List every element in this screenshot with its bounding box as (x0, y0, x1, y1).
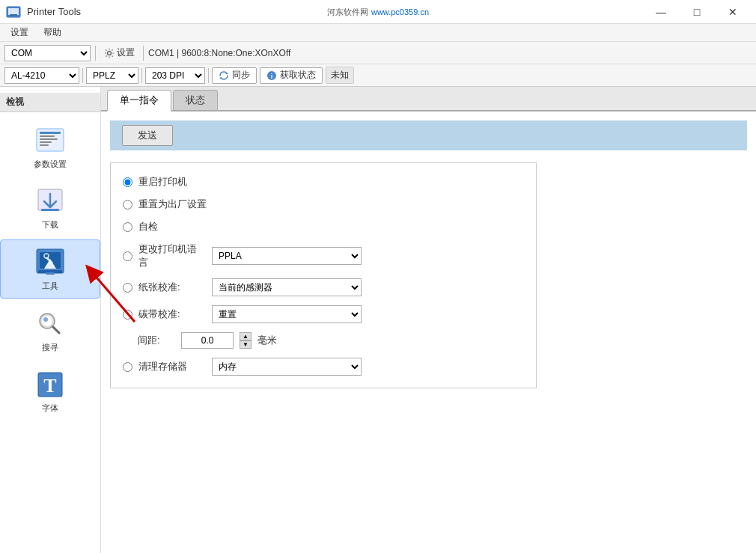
ribbon-calibrate-row: 碳带校准: 重置 检测 禁用 (123, 305, 524, 323)
sidebar-section-label: 检视 (0, 93, 100, 112)
titlebar: Printer Tools 河东软件网 www.pc0359.cn — □ ✕ (0, 0, 756, 24)
svg-marker-5 (219, 77, 222, 79)
menu-help[interactable]: 帮助 (37, 25, 67, 40)
sidebar-item-search[interactable]: 搜寻 (0, 302, 100, 359)
tab-bar: 单一指令 状态 (101, 87, 756, 111)
svg-rect-16 (41, 209, 59, 211)
gap-spinner: ▲ ▼ (240, 332, 252, 349)
paper-calibrate-select[interactable]: 当前的感测器 间隙感测器 黑标感测器 (212, 278, 362, 296)
tb2-sep2 (141, 68, 142, 83)
language-select[interactable]: PPLA PPLB PPLZ (212, 247, 362, 265)
window-controls: — □ ✕ (644, 0, 750, 24)
gap-label: 间距: (138, 334, 175, 347)
clear-storage-radio[interactable] (123, 362, 132, 372)
gap-increment[interactable]: ▲ (240, 332, 252, 340)
clear-storage-select[interactable]: 内存 闪存 全部 (212, 358, 362, 376)
maximize-button[interactable]: □ (680, 0, 714, 24)
sidebar-item-download[interactable]: 下载 (0, 179, 100, 236)
change-language-label: 更改打印机语言 (138, 242, 206, 269)
sidebar-label-font: 字体 (42, 403, 58, 414)
clear-storage-row: 清理存储器 内存 闪存 全部 (123, 358, 524, 376)
sidebar: 检视 参数设置 (0, 87, 101, 553)
paper-calibrate-label: 纸张校准: (138, 281, 206, 294)
ribbon-calibrate-label: 碳带校准: (138, 308, 206, 321)
paper-calibrate-row: 纸张校准: 当前的感测器 间隙感测器 黑标感测器 (123, 278, 524, 296)
port-info: COM1 | 9600:8:None:One:XOnXOff (148, 48, 290, 58)
app-icon (6, 4, 21, 19)
toolbar1-separator2 (143, 46, 144, 61)
svg-rect-11 (40, 138, 58, 140)
svg-rect-9 (40, 132, 61, 134)
get-status-button[interactable]: i 获取状态 (260, 67, 323, 84)
watermark: 河东软件网 www.pc0359.cn (0, 0, 756, 24)
svg-point-3 (108, 51, 112, 55)
dpi-dropdown[interactable]: 203 DPI (145, 67, 205, 84)
svg-rect-1 (8, 8, 19, 15)
svg-text:i: i (271, 73, 273, 80)
send-button[interactable]: 发送 (122, 125, 173, 146)
font-icon: T (32, 368, 68, 401)
command-panel: 发送 重启打印机 重置为出厂设置 自检 (101, 111, 756, 553)
tb2-sep3 (208, 68, 209, 83)
com-dropdown[interactable]: COM (4, 45, 91, 61)
menu-settings[interactable]: 设置 (4, 25, 34, 40)
content-panel: 单一指令 状态 发送 重启打印机 重置为出厂设置 (101, 87, 756, 553)
sync-icon (219, 70, 229, 81)
ribbon-calibrate-radio[interactable] (123, 310, 132, 320)
sync-label: 同步 (232, 69, 250, 82)
tb2-sep1 (82, 68, 83, 83)
search-icon (32, 308, 68, 340)
send-header: 发送 (110, 120, 747, 150)
change-language-radio[interactable] (123, 251, 132, 261)
sidebar-item-params[interactable]: 参数设置 (0, 118, 100, 176)
svg-text:T: T (43, 375, 56, 397)
svg-rect-2 (10, 14, 17, 16)
sidebar-item-font[interactable]: T 字体 (0, 362, 100, 420)
restart-printer-row: 重启打印机 (123, 175, 524, 189)
gap-row: 间距: ▲ ▼ 毫米 (123, 332, 524, 349)
gear-icon (104, 48, 115, 58)
svg-line-25 (53, 327, 59, 333)
info-icon: i (266, 70, 277, 81)
tab-status[interactable]: 状态 (173, 90, 218, 110)
toolbar1-separator (95, 46, 96, 61)
restart-radio[interactable] (123, 177, 132, 187)
paper-calibrate-radio[interactable] (123, 283, 132, 293)
sync-button[interactable]: 同步 (212, 67, 257, 84)
titlebar-left: Printer Tools (6, 4, 81, 19)
sidebar-label-search: 搜寻 (42, 342, 58, 353)
self-check-radio[interactable] (123, 222, 132, 232)
watermark-prefix: 河东软件网 (327, 7, 368, 18)
tab-single-command[interactable]: 单一指令 (107, 90, 171, 111)
settings-button[interactable]: 设置 (100, 45, 138, 61)
main-area: 检视 参数设置 (0, 87, 756, 553)
sidebar-item-tools[interactable]: 工具 (0, 239, 100, 299)
download-icon (32, 185, 68, 218)
svg-rect-12 (40, 141, 52, 143)
toolbar1: COM 设置 COM1 | 9600:8:None:One:XOnXOff (0, 42, 756, 64)
minimize-button[interactable]: — (644, 0, 678, 24)
gap-unit: 毫米 (257, 334, 277, 347)
close-button[interactable]: ✕ (716, 0, 750, 24)
model-dropdown[interactable]: AL-4210 (4, 67, 79, 84)
clear-storage-label: 清理存储器 (138, 360, 206, 373)
self-check-label: 自检 (138, 220, 158, 233)
gap-decrement[interactable]: ▼ (240, 340, 252, 349)
factory-reset-radio[interactable] (123, 200, 132, 210)
svg-rect-10 (40, 135, 55, 137)
factory-reset-label: 重置为出厂设置 (138, 198, 207, 211)
params-icon (32, 124, 68, 157)
change-language-row: 更改打印机语言 PPLA PPLB PPLZ (123, 242, 524, 269)
sidebar-label-params: 参数设置 (34, 159, 67, 170)
ribbon-calibrate-select[interactable]: 重置 检测 禁用 (212, 305, 362, 323)
svg-point-24 (43, 317, 48, 322)
language-dropdown[interactable]: PPLZ (86, 67, 138, 84)
status-badge: 未知 (326, 67, 354, 84)
sidebar-label-download: 下载 (42, 219, 58, 230)
app-title: Printer Tools (27, 6, 81, 17)
svg-rect-13 (40, 144, 49, 146)
watermark-url: www.pc0359.cn (371, 7, 429, 16)
gap-input[interactable] (181, 332, 234, 349)
restart-label: 重启打印机 (138, 175, 187, 189)
settings-label: 设置 (117, 46, 135, 59)
